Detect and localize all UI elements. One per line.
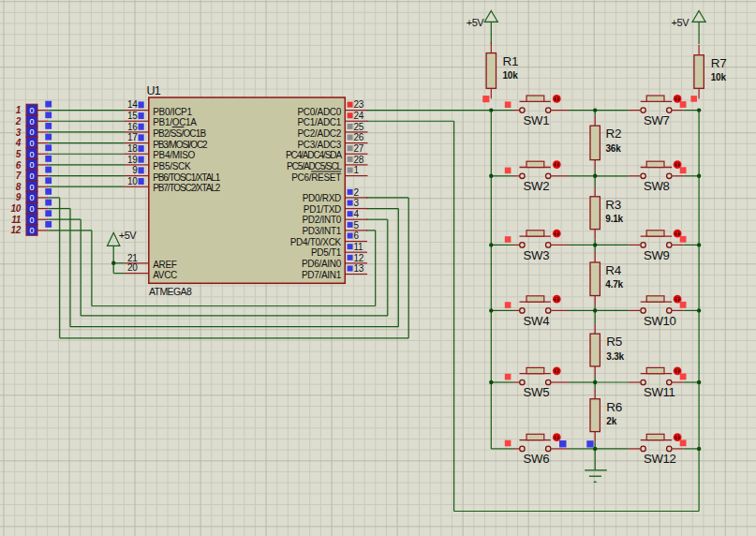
- svg-text:PB1/OC1A: PB1/OC1A: [153, 117, 197, 127]
- svg-text:0: 0: [29, 117, 34, 127]
- svg-text:25: 25: [354, 122, 364, 132]
- svg-text:13: 13: [354, 263, 364, 274]
- svg-text:PD4/T0/XCK: PD4/T0/XCK: [290, 237, 342, 247]
- svg-text:2k: 2k: [606, 416, 616, 426]
- svg-text:SW4: SW4: [524, 314, 550, 328]
- svg-text:10k: 10k: [503, 70, 519, 81]
- svg-text:R2: R2: [606, 127, 622, 141]
- svg-text:SW12: SW12: [644, 452, 676, 466]
- svg-text:PD0/RXD: PD0/RXD: [303, 193, 341, 203]
- svg-text:PB3/MOSI/OC2: PB3/MOSI/OC2: [153, 140, 208, 150]
- svg-text:12: 12: [10, 225, 21, 235]
- svg-text:PB0/ICP1: PB0/ICP1: [153, 107, 192, 117]
- svg-text:26: 26: [354, 132, 364, 142]
- svg-text:10: 10: [10, 203, 21, 214]
- svg-text:27: 27: [354, 143, 364, 154]
- svg-text:2: 2: [15, 116, 22, 127]
- svg-text:12: 12: [354, 253, 364, 263]
- svg-text:PB4/MISO: PB4/MISO: [153, 150, 195, 160]
- svg-text:4: 4: [354, 209, 360, 219]
- svg-text:SW2: SW2: [524, 179, 550, 193]
- svg-text:3: 3: [16, 127, 22, 138]
- svg-text:23: 23: [354, 99, 364, 110]
- svg-text:+5V: +5V: [672, 17, 690, 28]
- svg-text:SW1: SW1: [524, 113, 550, 127]
- svg-text:R6: R6: [606, 400, 622, 414]
- svg-text:3.3k: 3.3k: [606, 351, 624, 362]
- svg-text:PD5/T1: PD5/T1: [311, 247, 342, 258]
- svg-text:PB5/SCK: PB5/SCK: [153, 161, 191, 171]
- svg-text:4.7k: 4.7k: [605, 279, 623, 290]
- svg-text:14: 14: [127, 99, 138, 110]
- svg-text:R3: R3: [605, 198, 621, 212]
- svg-text:SW7: SW7: [644, 113, 670, 127]
- svg-text:28: 28: [354, 155, 364, 165]
- svg-text:16: 16: [127, 122, 138, 132]
- svg-text:0: 0: [29, 139, 34, 148]
- svg-text:36k: 36k: [606, 143, 622, 154]
- svg-text:PB7/TOSC2/XTAL2: PB7/TOSC2/XTAL2: [153, 183, 220, 193]
- svg-text:PC2/ADC2: PC2/ADC2: [297, 128, 341, 139]
- svg-text:AVCC: AVCC: [153, 270, 177, 280]
- svg-text:11: 11: [354, 242, 364, 252]
- svg-text:1: 1: [16, 105, 22, 115]
- svg-text:20: 20: [127, 262, 138, 273]
- svg-text:SW6: SW6: [524, 452, 550, 466]
- svg-text:SW5: SW5: [524, 385, 550, 399]
- svg-text:19: 19: [127, 155, 138, 165]
- svg-text:21: 21: [127, 253, 138, 263]
- svg-text:24: 24: [354, 111, 364, 121]
- svg-text:PB6/TOSC1/XTAL1: PB6/TOSC1/XTAL1: [153, 172, 220, 183]
- svg-text:SW3: SW3: [524, 248, 550, 262]
- svg-text:7: 7: [16, 171, 22, 181]
- svg-text:5: 5: [16, 149, 22, 159]
- svg-text:17: 17: [127, 132, 138, 142]
- svg-text:PC1/ADC1: PC1/ADC1: [297, 117, 341, 127]
- svg-text:8: 8: [16, 182, 22, 192]
- svg-text:9: 9: [132, 165, 138, 175]
- svg-text:+5V: +5V: [467, 17, 485, 28]
- svg-text:R1: R1: [503, 54, 519, 68]
- svg-text:ATMEGA8: ATMEGA8: [149, 286, 192, 297]
- svg-text:PC3/ADC3: PC3/ADC3: [297, 140, 341, 150]
- svg-text:0: 0: [29, 226, 34, 235]
- svg-text:PB2/SS/OC1B: PB2/SS/OC1B: [153, 128, 206, 139]
- svg-text:PD1/TXD: PD1/TXD: [304, 204, 341, 215]
- svg-text:R7: R7: [711, 56, 727, 70]
- svg-text:10: 10: [127, 176, 138, 186]
- svg-text:0: 0: [29, 106, 34, 115]
- svg-text:PD2/INT0: PD2/INT0: [302, 215, 341, 225]
- svg-text:0: 0: [29, 193, 34, 202]
- svg-text:PC5/ADC5/SCL: PC5/ADC5/SCL: [287, 161, 342, 171]
- svg-text:PC4/ADC4/SDA: PC4/ADC4/SDA: [286, 150, 342, 160]
- svg-text:6: 6: [354, 231, 360, 241]
- svg-text:1: 1: [354, 165, 360, 175]
- svg-text:PD3/INT1: PD3/INT1: [302, 226, 341, 236]
- svg-text:R5: R5: [606, 335, 622, 349]
- svg-text:15: 15: [127, 111, 138, 121]
- svg-text:0: 0: [29, 183, 34, 192]
- svg-text:+5V: +5V: [119, 230, 138, 241]
- svg-text:3: 3: [354, 198, 360, 208]
- svg-text:SW10: SW10: [644, 314, 676, 328]
- svg-text:0: 0: [29, 160, 34, 170]
- svg-text:SW9: SW9: [644, 248, 670, 262]
- svg-text:9.1k: 9.1k: [605, 214, 623, 224]
- svg-text:0: 0: [29, 216, 34, 225]
- svg-text:PC6/RESET: PC6/RESET: [291, 172, 341, 183]
- svg-text:0: 0: [29, 150, 34, 159]
- svg-text:PD6/AIN0: PD6/AIN0: [302, 259, 342, 269]
- svg-text:6: 6: [16, 160, 22, 171]
- svg-text:AREF: AREF: [153, 260, 177, 270]
- svg-text:PC0/ADC0: PC0/ADC0: [297, 107, 341, 117]
- svg-text:2: 2: [354, 187, 360, 198]
- svg-text:SW8: SW8: [644, 179, 670, 193]
- svg-text:4: 4: [15, 138, 22, 148]
- svg-text:5: 5: [354, 220, 360, 231]
- svg-text:R4: R4: [605, 263, 621, 277]
- svg-text:SW11: SW11: [644, 385, 675, 399]
- svg-text:9: 9: [16, 192, 22, 202]
- svg-text:0: 0: [29, 127, 34, 137]
- svg-text:0: 0: [29, 204, 34, 214]
- svg-text:11: 11: [11, 215, 22, 225]
